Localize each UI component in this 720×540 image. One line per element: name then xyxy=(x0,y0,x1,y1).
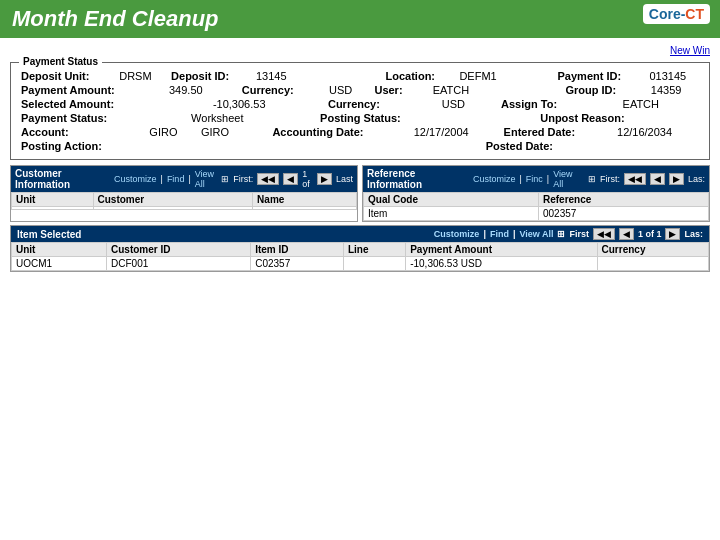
item-next-btn[interactable]: ▶ xyxy=(665,228,680,240)
ref-customize-link[interactable]: Customize xyxy=(473,174,516,184)
entered-date-label: Entered Date: xyxy=(500,125,613,139)
customer-next-btn[interactable]: ▶ xyxy=(317,173,332,185)
logo-core: Core- xyxy=(649,6,686,22)
ref-find-link[interactable]: Finc xyxy=(526,174,543,184)
location-label: Location: xyxy=(382,69,456,83)
col-is-currency: Currency xyxy=(597,243,708,257)
customer-info-header: Customer Information Customize | Find | … xyxy=(11,166,357,192)
item-first-btn[interactable]: ◀◀ xyxy=(593,228,615,240)
reference-info-nav: Customize | Finc | View All ⊞ First: ◀◀ … xyxy=(473,169,705,189)
item-page: 1 of 1 xyxy=(638,229,662,239)
ps-row3-table: Selected Amount: -10,306.53 Currency: US… xyxy=(17,97,703,111)
col-is-customer-id: Customer ID xyxy=(107,243,251,257)
currency1-label: Currency: xyxy=(238,83,325,97)
deposit-unit-label: Deposit Unit: xyxy=(17,69,115,83)
table-row: UOCM1DCF001C02357-10,306.53 USD xyxy=(12,257,709,271)
main-content: New Win Payment Status Deposit Unit: DRS… xyxy=(0,38,720,276)
item-selected-section: Item Selected Customize | Find | View Al… xyxy=(10,225,710,272)
reference-info-table: Qual Code Reference Item002357 xyxy=(363,192,709,221)
item-find-link[interactable]: Find xyxy=(490,229,509,239)
ref-first-label: First: xyxy=(600,174,620,184)
customer-prev-btn[interactable]: ◀ xyxy=(283,173,298,185)
ref-next-btn[interactable]: ▶ xyxy=(669,173,684,185)
account-value2: GIRO xyxy=(197,125,249,139)
entered-date-value: 12/16/2034 xyxy=(613,125,703,139)
customer-info-title: Customer Information xyxy=(15,168,114,190)
item-selected-table: Unit Customer ID Item ID Line Payment Am… xyxy=(11,242,709,271)
customer-viewall-link[interactable]: View All xyxy=(195,169,217,189)
payment-status-section: Payment Status Deposit Unit: DRSM Deposi… xyxy=(10,62,710,160)
customer-info-nav: Customize | Find | View All ⊞ First: ◀◀ … xyxy=(114,169,353,189)
item-last-label: Las: xyxy=(684,229,703,239)
payment-id-label: Payment ID: xyxy=(554,69,646,83)
col-unit: Unit xyxy=(12,193,94,207)
group-id-value: 14359 xyxy=(647,83,703,97)
customer-find-link[interactable]: Find xyxy=(167,174,185,184)
customer-info-section: Customer Information Customize | Find | … xyxy=(10,165,358,222)
ref-first-btn[interactable]: ◀◀ xyxy=(624,173,646,185)
new-win-link[interactable]: New Win xyxy=(670,45,710,56)
ps-row6-table: Posting Action: Posted Date: xyxy=(17,139,703,153)
logo: Core-CT xyxy=(643,4,710,24)
deposit-id-value: 13145 xyxy=(252,69,302,83)
payment-id-value: 013145 xyxy=(645,69,703,83)
table-row: Item002357 xyxy=(364,207,709,221)
user-value: EATCH xyxy=(429,83,502,97)
customer-info-table: Unit Customer Name xyxy=(11,192,357,210)
currency2-value: USD xyxy=(438,97,497,111)
payment-status-field-label: Payment Status: xyxy=(17,111,187,125)
posted-date-label: Posted Date: xyxy=(482,139,703,153)
col-is-unit: Unit xyxy=(12,243,107,257)
location-value: DEFM1 xyxy=(455,69,513,83)
item-selected-title: Item Selected xyxy=(17,229,81,240)
ps-row2-table: Payment Amount: 349.50 Currency: USD Use… xyxy=(17,83,703,97)
reference-info-title: Reference Information xyxy=(367,168,473,190)
payment-amount-label: Payment Amount: xyxy=(17,83,165,97)
item-selected-header: Item Selected Customize | Find | View Al… xyxy=(11,226,709,242)
ps-row1-table: Deposit Unit: DRSM Deposit ID: 13145 Loc… xyxy=(17,69,703,83)
ref-viewall-link[interactable]: View All xyxy=(553,169,584,189)
new-win-row: New Win xyxy=(10,42,710,58)
assign-to-label: Assign To: xyxy=(497,97,619,111)
col-reference: Reference xyxy=(538,193,708,207)
payment-amount-value: 349.50 xyxy=(165,83,238,97)
item-prev-btn[interactable]: ◀ xyxy=(619,228,634,240)
deposit-id-label: Deposit ID: xyxy=(167,69,252,83)
unpost-reason-label: Unpost Reason: xyxy=(536,111,703,125)
ps-row4-table: Payment Status: Worksheet Posting Status… xyxy=(17,111,703,125)
customer-first-btn[interactable]: ◀◀ xyxy=(257,173,279,185)
currency1-value: USD xyxy=(325,83,370,97)
col-is-payment-amount: Payment Amount xyxy=(406,243,597,257)
item-first-label: First xyxy=(569,229,589,239)
item-customize-link[interactable]: Customize xyxy=(434,229,480,239)
col-is-item-id: Item ID xyxy=(251,243,344,257)
logo-ct: CT xyxy=(685,6,704,22)
page-wrapper: Month End Cleanup Core-CT New Win Paymen… xyxy=(0,0,720,276)
reference-info-header: Reference Information Customize | Finc |… xyxy=(363,166,709,192)
accounting-date-label: Accounting Date: xyxy=(268,125,409,139)
ref-prev-btn[interactable]: ◀ xyxy=(650,173,665,185)
deposit-unit-value: DRSM xyxy=(115,69,167,83)
payment-status-field-value: Worksheet xyxy=(187,111,296,125)
two-col-section: Customer Information Customize | Find | … xyxy=(10,163,710,222)
table-row xyxy=(12,207,357,210)
posting-action-label: Posting Action: xyxy=(17,139,282,153)
col-qual-code: Qual Code xyxy=(364,193,539,207)
currency2-label: Currency: xyxy=(324,97,438,111)
page-title: Month End Cleanup xyxy=(12,6,219,32)
selected-amount-label: Selected Amount: xyxy=(17,97,209,111)
assign-to-value: EATCH xyxy=(619,97,703,111)
posting-status-label: Posting Status: xyxy=(316,111,476,125)
header-bar: Month End Cleanup Core-CT xyxy=(0,0,720,38)
payment-status-legend: Payment Status xyxy=(19,56,102,67)
selected-amount-value: -10,306.53 xyxy=(209,97,324,111)
item-selected-nav: Customize | Find | View All ⊞ First ◀◀ ◀… xyxy=(434,228,703,240)
col-is-line: Line xyxy=(343,243,405,257)
customer-customize-link[interactable]: Customize xyxy=(114,174,157,184)
account-value1: GIRO xyxy=(145,125,197,139)
customer-last-label: Last xyxy=(336,174,353,184)
col-customer: Customer xyxy=(93,193,253,207)
reference-info-section: Reference Information Customize | Finc |… xyxy=(362,165,710,222)
col-name: Name xyxy=(253,193,357,207)
item-viewall-link[interactable]: View All xyxy=(519,229,553,239)
